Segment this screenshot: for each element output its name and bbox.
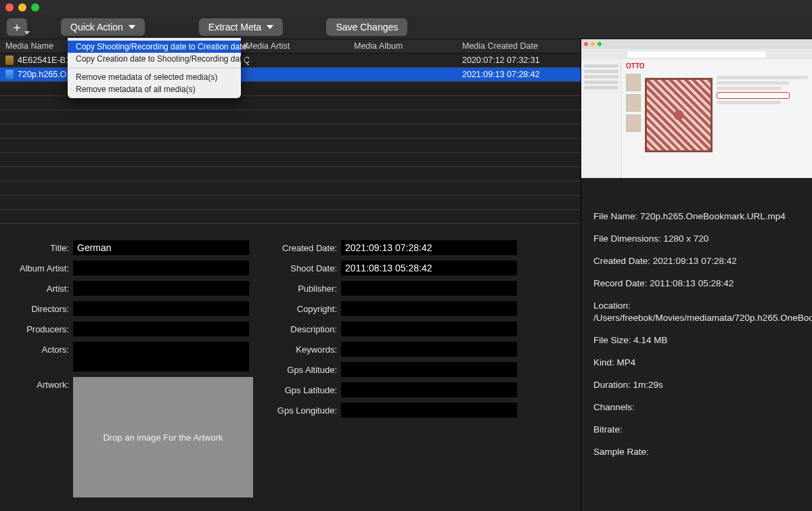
label-copyright: Copyright:: [273, 301, 337, 314]
media-thumbnail-icon: [5, 55, 14, 65]
window-zoom-button[interactable]: [31, 3, 39, 12]
actors-field[interactable]: [73, 342, 249, 372]
window-minimize-button[interactable]: [18, 3, 26, 12]
detail-sample-rate: Sample Rate:: [593, 446, 800, 459]
label-title: Title:: [16, 240, 69, 253]
detail-panel: OTTO: [581, 39, 812, 511]
preview-image-icon: [645, 78, 713, 152]
title-field[interactable]: [73, 240, 249, 255]
detail-created-date: Created Date: 2021:09:13 07:28:42: [593, 255, 800, 268]
menu-item-copy-creation-to-shoot[interactable]: Copy Creation date to Shooting/Recording…: [68, 53, 241, 65]
detail-file-size: File Size: 4.14 MB: [593, 334, 800, 347]
gps-altitude-field[interactable]: [341, 362, 517, 377]
label-artist: Artist:: [16, 281, 69, 294]
artwork-dropzone[interactable]: Drop an image For the Artwork: [73, 377, 253, 497]
col-media-album[interactable]: Media Album: [348, 41, 457, 51]
detail-location: Location: /Users/freebok/Movies/mediamat…: [593, 300, 800, 326]
detail-bitrate: Bitrate:: [593, 424, 800, 437]
description-field[interactable]: [341, 321, 517, 336]
extract-meta-button[interactable]: Extract Meta: [199, 18, 284, 36]
artist-field[interactable]: [73, 281, 249, 296]
created-date-field[interactable]: [341, 240, 517, 255]
label-description: Description:: [273, 321, 337, 334]
label-actors: Actors:: [16, 342, 69, 355]
chevron-down-icon: [267, 25, 273, 29]
shoot-date-field[interactable]: [341, 261, 517, 275]
detail-record-date: Record Date: 2011:08:13 05:28:42: [593, 277, 800, 290]
detail-duration: Duration: 1m:29s: [593, 379, 800, 392]
window-close-button[interactable]: [5, 3, 14, 12]
col-media-created[interactable]: Media Created Date: [457, 41, 565, 51]
copyright-field[interactable]: [341, 301, 517, 316]
titlebar: [0, 0, 812, 15]
metadata-form: Title: Album Artist: Artist: Directors:: [0, 224, 581, 497]
cell-created: 2020:07:12 07:32:31: [457, 55, 565, 65]
extract-meta-label: Extract Meta: [208, 22, 262, 32]
detail-file-dimensions: File Dimensions: 1280 x 720: [593, 233, 800, 246]
detail-channels: Channels:: [593, 401, 800, 414]
label-gps-latitude: Gps Latitude:: [273, 382, 337, 395]
directors-field[interactable]: [73, 301, 249, 316]
menu-item-remove-meta-selected[interactable]: Remove metadata of selected media(s): [68, 71, 241, 83]
empty-table-area: [0, 82, 581, 224]
label-publisher: Publisher:: [273, 281, 337, 294]
chevron-down-icon: [129, 25, 135, 29]
label-producers: Producers:: [16, 321, 69, 334]
app-window: ＋ Quick Action Extract Meta Save Changes…: [0, 0, 812, 511]
media-thumbnail-icon: [5, 70, 14, 79]
media-preview: OTTO: [581, 39, 812, 178]
label-gps-longitude: Gps Longitude:: [273, 403, 337, 416]
menu-item-copy-shoot-to-creation[interactable]: Copy Shooting/Recording date to Creation…: [68, 41, 241, 53]
producers-field[interactable]: [73, 321, 249, 336]
save-changes-label: Save Changes: [336, 22, 398, 32]
toolbar: ＋ Quick Action Extract Meta Save Changes…: [0, 15, 812, 39]
publisher-field[interactable]: [341, 281, 517, 296]
keywords-field[interactable]: [341, 342, 517, 357]
cell-created: 2021:09:13 07:28:42: [457, 70, 565, 79]
menu-separator: [68, 68, 241, 68]
label-artwork: Artwork:: [16, 377, 69, 390]
quick-action-button[interactable]: Quick Action: [61, 18, 145, 36]
quick-action-menu: Copy Shooting/Recording date to Creation…: [68, 38, 241, 98]
album-artist-field[interactable]: [73, 261, 249, 275]
label-gps-altitude: Gps Altitude:: [273, 362, 337, 375]
detail-kind: Kind: MP4: [593, 357, 800, 370]
artwork-placeholder: Drop an image For the Artwork: [103, 432, 223, 443]
label-keywords: Keywords:: [273, 342, 337, 355]
gps-latitude-field[interactable]: [341, 382, 517, 397]
gps-longitude-field[interactable]: [341, 403, 517, 418]
preview-brand: OTTO: [626, 62, 645, 70]
label-directors: Directors:: [16, 301, 69, 314]
save-changes-button[interactable]: Save Changes: [326, 18, 407, 36]
detail-list: File Name: 720p.h265.OneBookmark.URL.mp4…: [581, 178, 812, 459]
quick-action-label: Quick Action: [70, 22, 123, 32]
menu-item-remove-meta-all[interactable]: Remove metadata of all media(s): [68, 83, 241, 95]
add-media-dropdown-arrow-icon[interactable]: [24, 31, 30, 35]
col-media-artist[interactable]: Media Artist: [240, 41, 348, 51]
label-album-artist: Album Artist:: [16, 261, 69, 273]
label-created-date: Created Date:: [273, 240, 337, 253]
detail-file-name: File Name: 720p.h265.OneBookmark.URL.mp4: [593, 210, 800, 223]
main-panel: Media Name Kind Media Artist Media Album…: [0, 39, 581, 511]
label-shoot-date: Shoot Date:: [273, 261, 337, 273]
